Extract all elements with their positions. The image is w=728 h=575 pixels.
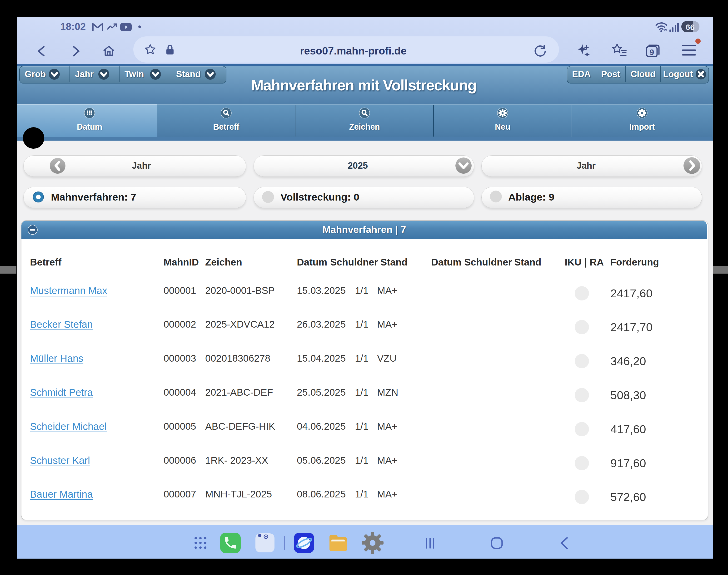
svg-text:66: 66 — [686, 23, 695, 32]
svg-text:9: 9 — [650, 47, 654, 57]
